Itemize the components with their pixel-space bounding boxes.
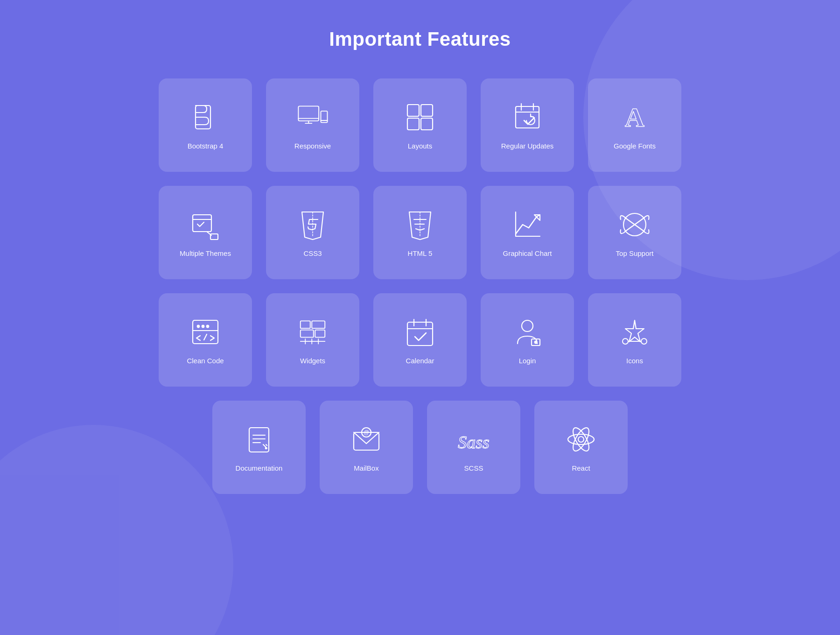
feature-label-html5: HTML 5 [408,249,433,257]
feature-label-react: React [572,464,590,472]
svg-rect-8 [421,105,433,116]
calendar-icon [404,316,436,348]
clean-code-icon [189,316,222,348]
feature-card-icons[interactable]: Icons [588,293,681,387]
graphical-chart-icon [511,208,544,241]
feature-card-calendar[interactable]: Calendar [373,293,467,387]
feature-card-documentation[interactable]: Documentation [212,401,306,494]
feature-label-clean-code: Clean Code [187,357,224,365]
feature-label-calendar: Calendar [406,357,434,365]
svg-rect-10 [421,118,433,130]
react-icon [565,423,597,456]
svg-point-32 [207,325,209,327]
svg-text:@: @ [364,429,369,436]
svg-rect-9 [407,118,419,130]
svg-text:Sass: Sass [458,432,490,452]
mailbox-icon: @ [350,423,383,456]
svg-point-30 [197,325,200,327]
svg-point-61 [578,437,584,442]
feature-card-layouts[interactable]: Layouts [373,78,467,172]
feature-label-mailbox: MailBox [354,464,378,472]
feature-card-multiple-themes[interactable]: Multiple Themes [159,186,252,279]
scss-icon: Sass [457,423,490,456]
feature-row-1: Multiple ThemesCSS3HTML 5Graphical Chart… [159,186,681,279]
feature-label-top-support: Top Support [616,249,654,257]
feature-label-graphical-chart: Graphical Chart [503,249,552,257]
features-grid: Bootstrap 4ResponsiveLayoutsRegular Upda… [159,78,681,494]
layouts-icon [404,101,436,134]
feature-card-top-support[interactable]: Top Support [588,186,681,279]
top-support-icon [618,208,651,241]
feature-row-2: Clean CodeWidgetsCalendarLoginIcons [159,293,681,387]
svg-rect-29 [193,320,218,344]
svg-point-62 [568,434,594,444]
feature-label-bootstrap: Bootstrap 4 [188,142,224,150]
responsive-icon [296,101,329,134]
svg-rect-16 [193,215,211,232]
feature-card-login[interactable]: Login [481,293,574,387]
svg-point-56 [266,447,267,449]
feature-row-3: Documentation@MailBoxSassSCSSReact [212,401,628,494]
svg-point-31 [202,325,204,327]
feature-label-multiple-themes: Multiple Themes [180,249,231,257]
multiple-themes-icon [189,208,222,241]
feature-card-mailbox[interactable]: @MailBox [320,401,413,494]
css3-icon [296,208,329,241]
feature-label-responsive: Responsive [294,142,331,150]
svg-rect-18 [210,234,218,240]
feature-label-layouts: Layouts [408,142,433,150]
feature-label-icons: Icons [626,357,643,365]
feature-card-graphical-chart[interactable]: Graphical Chart [481,186,574,279]
svg-rect-7 [407,105,419,116]
feature-label-regular-updates: Regular Updates [501,142,554,150]
icons-icon [618,316,651,348]
svg-point-47 [522,320,533,332]
feature-label-css3: CSS3 [303,249,322,257]
svg-point-50 [623,339,628,344]
widgets-icon [296,316,329,348]
feature-card-css3[interactable]: CSS3 [266,186,359,279]
documentation-icon [243,423,275,456]
svg-rect-37 [301,330,314,337]
feature-label-documentation: Documentation [236,464,283,472]
login-icon [511,316,544,348]
svg-line-34 [204,334,207,340]
svg-point-51 [641,339,647,344]
feature-card-widgets[interactable]: Widgets [266,293,359,387]
feature-label-scss: SCSS [464,464,483,472]
svg-rect-35 [301,321,310,328]
feature-label-widgets: Widgets [300,357,325,365]
svg-point-49 [535,341,537,343]
feature-row-0: Bootstrap 4ResponsiveLayoutsRegular Upda… [159,78,681,172]
page-title: Important Features [329,28,511,50]
feature-label-login: Login [519,357,536,365]
feature-card-regular-updates[interactable]: Regular Updates [481,78,574,172]
svg-rect-43 [407,322,433,346]
feature-card-scss[interactable]: SassSCSS [427,401,520,494]
feature-card-html5[interactable]: HTML 5 [373,186,467,279]
feature-card-react[interactable]: React [534,401,628,494]
html5-icon [404,208,436,241]
regular-updates-icon [511,101,544,134]
feature-label-google-fonts: Google Fonts [614,142,656,150]
svg-rect-11 [516,106,539,128]
svg-text:A: A [625,102,644,133]
feature-card-responsive[interactable]: Responsive [266,78,359,172]
svg-rect-38 [315,330,325,337]
svg-rect-36 [312,321,325,328]
bootstrap-icon [189,101,222,134]
feature-card-google-fonts[interactable]: AGoogle Fonts [588,78,681,172]
google-fonts-icon: A [618,101,651,134]
feature-card-clean-code[interactable]: Clean Code [159,293,252,387]
feature-card-bootstrap[interactable]: Bootstrap 4 [159,78,252,172]
